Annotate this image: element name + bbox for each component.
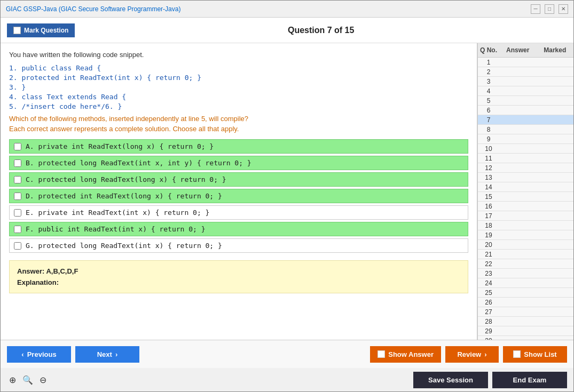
nav-buttons: ‹ Previous Next › Show Answer Review › [1, 340, 573, 368]
option-row-e[interactable]: E. private int ReadText(int x) { return … [9, 205, 468, 220]
option-checkbox-a[interactable] [14, 143, 21, 150]
sidebar-row-13[interactable]: 13 [478, 173, 573, 182]
sidebar-row-answer [499, 177, 537, 178]
sidebar-row-5[interactable]: 5 [478, 96, 573, 106]
sidebar-row-8[interactable]: 8 [478, 125, 573, 134]
sidebar-row-15[interactable]: 15 [478, 192, 573, 202]
option-checkbox-c[interactable] [14, 176, 21, 183]
show-list-label: Show List [524, 350, 556, 358]
sidebar-row-20[interactable]: 20 [478, 240, 573, 250]
sidebar-row-answer [499, 235, 537, 236]
sidebar-row-6[interactable]: 6 [478, 106, 573, 115]
title-bar: GIAC GSSP-Java (GIAC Secure Software Pro… [1, 1, 573, 18]
end-exam-label: End Exam [513, 376, 547, 384]
sidebar-row-14[interactable]: 14 [478, 182, 573, 192]
zoom-out-button[interactable]: ⊖ [37, 374, 49, 386]
sidebar-row-4[interactable]: 4 [478, 86, 573, 96]
sidebar-row-1[interactable]: 1 [478, 58, 573, 67]
sidebar-row-marked [537, 225, 574, 226]
sidebar-row-num: 3 [478, 77, 499, 86]
sidebar-row-marked [537, 148, 574, 149]
sidebar-row-30[interactable]: 30 [478, 336, 573, 340]
option-row-c[interactable]: C. protected long ReadText(long x) { ret… [9, 172, 468, 187]
sidebar-row-2[interactable]: 2 [478, 67, 573, 77]
option-checkbox-e[interactable] [14, 209, 21, 217]
sidebar-row-marked [537, 331, 574, 332]
option-checkbox-d[interactable] [14, 193, 21, 200]
sidebar-row-22[interactable]: 22 [478, 259, 573, 269]
code-line: 2. protected int ReadText(int x) { retur… [9, 74, 468, 82]
end-exam-button[interactable]: End Exam [492, 372, 567, 388]
sidebar-row-answer [499, 91, 537, 92]
next-button[interactable]: Next › [75, 346, 139, 363]
option-row-g[interactable]: G. protected long ReadText(int x) { retu… [9, 238, 468, 253]
option-label-e: E. private int ReadText(int x) { return … [26, 209, 209, 217]
sidebar-row-3[interactable]: 3 [478, 77, 573, 86]
sidebar-row-marked [537, 321, 574, 322]
question-panel: You have written the following code snip… [1, 43, 477, 340]
sidebar-row-answer [499, 263, 537, 265]
zoom-out-icon: ⊖ [40, 375, 46, 385]
answer-box: Answer: A,B,C,D,F Explanation: [9, 260, 468, 293]
sidebar-row-marked [537, 244, 574, 245]
sidebar-row-12[interactable]: 12 [478, 163, 573, 173]
minimize-button[interactable]: ─ [531, 4, 540, 14]
sidebar-row-num: 5 [478, 97, 499, 105]
option-checkbox-g[interactable] [14, 242, 21, 250]
option-checkbox-f[interactable] [14, 226, 21, 233]
show-answer-icon [378, 350, 385, 358]
sidebar-row-num: 23 [478, 269, 499, 278]
sidebar-row-27[interactable]: 27 [478, 307, 573, 317]
sidebar-row-26[interactable]: 26 [478, 298, 573, 307]
sidebar-row-11[interactable]: 11 [478, 154, 573, 163]
sidebar-row-num: 2 [478, 68, 499, 76]
bottom-bar: ‹ Previous Next › Show Answer Review › [1, 340, 573, 391]
sidebar-row-19[interactable]: 19 [478, 230, 573, 240]
sub-instruction-colored: Choose all that apply. [172, 125, 239, 133]
sidebar-row-25[interactable]: 25 [478, 288, 573, 298]
sidebar-row-28[interactable]: 28 [478, 317, 573, 326]
option-checkbox-b[interactable] [14, 159, 21, 167]
close-button[interactable]: ✕ [559, 4, 568, 14]
sidebar-row-answer [499, 292, 537, 293]
mark-question-label: Mark Question [24, 27, 68, 34]
sidebar-col-answer: Answer [499, 45, 537, 55]
sidebar-row-7[interactable]: 7 [478, 115, 573, 125]
show-list-button[interactable]: ✓ Show List [503, 346, 567, 363]
sidebar-row-answer [499, 254, 537, 255]
option-row-f[interactable]: F. public int ReadText(int x) { return 0… [9, 222, 468, 236]
sidebar-row-29[interactable]: 29 [478, 326, 573, 336]
sidebar-row-16[interactable]: 16 [478, 202, 573, 211]
sidebar-row-23[interactable]: 23 [478, 269, 573, 278]
previous-button[interactable]: ‹ Previous [7, 346, 71, 363]
sidebar-row-num: 24 [478, 279, 499, 287]
show-answer-button[interactable]: Show Answer [370, 346, 441, 363]
zoom-in-icon: ⊕ [9, 375, 16, 385]
maximize-button[interactable]: □ [545, 4, 554, 14]
sidebar-row-num: 8 [478, 125, 499, 134]
option-label-c: C. protected long ReadText(long x) { ret… [26, 175, 226, 183]
sidebar-row-answer [499, 148, 537, 149]
sidebar-row-num: 22 [478, 260, 499, 268]
zoom-in-button[interactable]: ⊕ [7, 374, 18, 386]
sidebar-row-9[interactable]: 9 [478, 134, 573, 144]
sidebar-row-10[interactable]: 10 [478, 144, 573, 154]
sidebar-row-answer [499, 139, 537, 140]
sidebar-row-21[interactable]: 21 [478, 250, 573, 259]
sidebar-row-17[interactable]: 17 [478, 211, 573, 221]
review-button[interactable]: Review › [445, 346, 499, 363]
sidebar-row-24[interactable]: 24 [478, 278, 573, 288]
action-buttons: ⊕ 🔍 ⊖ Save Session End Exam [1, 368, 573, 391]
sidebar-row-answer [499, 311, 537, 313]
save-session-button[interactable]: Save Session [413, 372, 488, 388]
option-row-a[interactable]: A. private int ReadText(long x) { return… [9, 139, 468, 154]
top-bar: ✓ Mark Question Question 7 of 15 [1, 18, 573, 43]
mark-question-button[interactable]: ✓ Mark Question [7, 23, 75, 37]
option-row-d[interactable]: D. protected int ReadText(long x) { retu… [9, 189, 468, 203]
sidebar-row-answer [499, 71, 537, 73]
option-row-b[interactable]: B. protected long ReadText(int x, int y)… [9, 156, 468, 170]
sidebar-row-answer [499, 167, 537, 169]
sidebar-row-18[interactable]: 18 [478, 221, 573, 230]
sidebar-row-marked [537, 302, 574, 303]
zoom-reset-button[interactable]: 🔍 [20, 374, 35, 386]
